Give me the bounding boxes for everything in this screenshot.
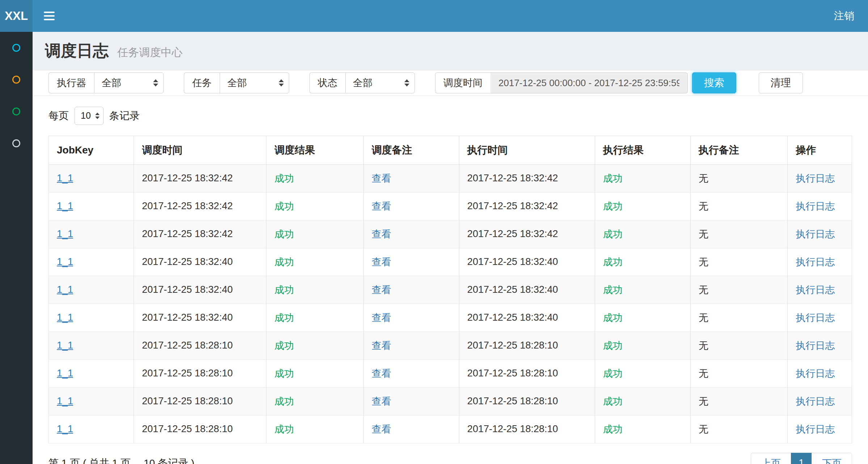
select-arrows-icon bbox=[95, 113, 100, 119]
exec-log-link[interactable]: 执行日志 bbox=[796, 257, 835, 267]
exec-msg-cell: 无 bbox=[690, 332, 787, 359]
trigger-msg-link[interactable]: 查看 bbox=[372, 424, 391, 435]
select-arrows-icon bbox=[404, 79, 409, 87]
exec-time-cell: 2017-12-25 18:32:40 bbox=[459, 276, 595, 304]
page-1-button[interactable]: 1 bbox=[791, 453, 812, 464]
trigger-msg-link[interactable]: 查看 bbox=[372, 201, 391, 212]
trigger-time-cell: 2017-12-25 18:32:40 bbox=[134, 304, 266, 332]
column-header: 调度结果 bbox=[266, 136, 363, 164]
exec-result-text: 成功 bbox=[603, 340, 623, 351]
trigger-msg-link[interactable]: 查看 bbox=[372, 312, 391, 323]
clear-button[interactable]: 清理 bbox=[759, 72, 803, 93]
column-header: 执行结果 bbox=[595, 136, 690, 164]
status-select[interactable]: 全部 bbox=[345, 72, 415, 93]
jobkey-link[interactable]: 1_1 bbox=[57, 228, 73, 239]
exec-log-link[interactable]: 执行日志 bbox=[796, 284, 835, 295]
trigger-time-cell: 2017-12-25 18:28:10 bbox=[134, 332, 266, 359]
sidebar-item-2[interactable] bbox=[0, 64, 33, 96]
table-row: 1_1 2017-12-25 18:32:40 成功 查看 2017-12-25… bbox=[49, 304, 852, 332]
jobkey-link[interactable]: 1_1 bbox=[57, 312, 73, 323]
jobkey-link[interactable]: 1_1 bbox=[57, 201, 73, 211]
exec-log-link[interactable]: 执行日志 bbox=[796, 229, 835, 240]
exec-msg-cell: 无 bbox=[690, 387, 787, 415]
time-filter-group: 调度时间 bbox=[435, 72, 688, 93]
exec-log-link[interactable]: 执行日志 bbox=[796, 201, 835, 212]
trigger-result-text: 成功 bbox=[274, 201, 294, 212]
jobkey-link[interactable]: 1_1 bbox=[57, 256, 73, 267]
exec-log-link[interactable]: 执行日志 bbox=[796, 424, 835, 435]
column-header: 执行备注 bbox=[690, 136, 787, 164]
table-row: 1_1 2017-12-25 18:32:40 成功 查看 2017-12-25… bbox=[49, 248, 852, 276]
trigger-time-cell: 2017-12-25 18:28:10 bbox=[134, 415, 266, 443]
jobkey-link[interactable]: 1_1 bbox=[57, 396, 73, 406]
executor-select[interactable]: 全部 bbox=[94, 72, 164, 93]
exec-msg-cell: 无 bbox=[690, 192, 787, 220]
top-navbar: XXL 注销 bbox=[0, 0, 868, 32]
sidebar-item-3[interactable] bbox=[0, 96, 33, 127]
trigger-msg-link[interactable]: 查看 bbox=[372, 257, 391, 267]
exec-time-cell: 2017-12-25 18:32:40 bbox=[459, 304, 595, 332]
page-size-suffix: 条记录 bbox=[109, 109, 140, 123]
trigger-msg-link[interactable]: 查看 bbox=[372, 229, 391, 240]
table-row: 1_1 2017-12-25 18:28:10 成功 查看 2017-12-25… bbox=[49, 415, 852, 443]
column-header: 调度时间 bbox=[134, 136, 266, 164]
trigger-msg-link[interactable]: 查看 bbox=[372, 284, 391, 295]
jobkey-link[interactable]: 1_1 bbox=[57, 423, 73, 434]
sidebar-item-1[interactable] bbox=[0, 32, 33, 64]
trigger-time-cell: 2017-12-25 18:32:40 bbox=[134, 276, 266, 304]
trigger-result-text: 成功 bbox=[274, 173, 294, 184]
page-size-select[interactable]: 10 bbox=[75, 107, 104, 125]
log-table: JobKey调度时间调度结果调度备注执行时间执行结果执行备注操作 1_1 201… bbox=[49, 136, 852, 443]
app-logo[interactable]: XXL bbox=[0, 0, 33, 32]
page-size-value: 10 bbox=[81, 110, 91, 121]
content-header: 调度日志 任务调度中心 bbox=[33, 32, 868, 71]
sidebar-item-4[interactable] bbox=[0, 127, 33, 159]
circle-icon bbox=[12, 44, 20, 52]
jobkey-link[interactable]: 1_1 bbox=[57, 368, 73, 379]
jobkey-link[interactable]: 1_1 bbox=[57, 284, 73, 295]
trigger-time-cell: 2017-12-25 18:28:10 bbox=[134, 387, 266, 415]
trigger-result-text: 成功 bbox=[274, 284, 294, 295]
exec-time-cell: 2017-12-25 18:28:10 bbox=[459, 415, 595, 443]
exec-result-text: 成功 bbox=[603, 173, 623, 184]
exec-log-link[interactable]: 执行日志 bbox=[796, 340, 835, 351]
exec-msg-cell: 无 bbox=[690, 248, 787, 276]
trigger-msg-link[interactable]: 查看 bbox=[372, 368, 391, 379]
job-select[interactable]: 全部 bbox=[220, 72, 289, 93]
table-footer: 第 1 页 ( 总共 1 页， 10 条记录 ) 上页 1 下页 bbox=[49, 453, 852, 464]
hamburger-icon bbox=[44, 12, 55, 13]
time-filter-label: 调度时间 bbox=[435, 72, 490, 93]
exec-log-link[interactable]: 执行日志 bbox=[796, 173, 835, 184]
circle-icon bbox=[12, 76, 20, 84]
exec-log-link[interactable]: 执行日志 bbox=[796, 396, 835, 407]
exec-result-text: 成功 bbox=[603, 284, 623, 295]
jobkey-link[interactable]: 1_1 bbox=[57, 173, 73, 184]
executor-filter-label: 执行器 bbox=[49, 72, 94, 93]
sidebar-toggle-button[interactable] bbox=[33, 0, 66, 32]
trigger-msg-link[interactable]: 查看 bbox=[372, 340, 391, 351]
trigger-time-cell: 2017-12-25 18:32:42 bbox=[134, 220, 266, 248]
exec-log-link[interactable]: 执行日志 bbox=[796, 368, 835, 379]
exec-time-cell: 2017-12-25 18:32:42 bbox=[459, 164, 595, 192]
jobkey-link[interactable]: 1_1 bbox=[57, 340, 73, 351]
select-arrows-icon bbox=[153, 79, 158, 87]
column-header: JobKey bbox=[49, 136, 134, 164]
next-page-button[interactable]: 下页 bbox=[812, 453, 852, 464]
search-button[interactable]: 搜索 bbox=[692, 72, 736, 93]
trigger-msg-link[interactable]: 查看 bbox=[372, 173, 391, 184]
trigger-time-cell: 2017-12-25 18:28:10 bbox=[134, 359, 266, 387]
table-row: 1_1 2017-12-25 18:32:40 成功 查看 2017-12-25… bbox=[49, 276, 852, 304]
trigger-time-cell: 2017-12-25 18:32:40 bbox=[134, 248, 266, 276]
exec-msg-cell: 无 bbox=[690, 164, 787, 192]
trigger-time-cell: 2017-12-25 18:32:42 bbox=[134, 164, 266, 192]
logout-link[interactable]: 注销 bbox=[820, 0, 868, 32]
trigger-result-text: 成功 bbox=[274, 312, 294, 323]
prev-page-button[interactable]: 上页 bbox=[751, 453, 791, 464]
exec-time-cell: 2017-12-25 18:28:10 bbox=[459, 359, 595, 387]
schedule-time-input[interactable] bbox=[490, 72, 688, 93]
exec-log-link[interactable]: 执行日志 bbox=[796, 312, 835, 323]
trigger-msg-link[interactable]: 查看 bbox=[372, 396, 391, 407]
pagination: 上页 1 下页 bbox=[751, 453, 852, 464]
executor-filter-group: 执行器 全部 bbox=[49, 72, 164, 93]
page-size-row: 每页 10 条记录 bbox=[49, 107, 852, 125]
